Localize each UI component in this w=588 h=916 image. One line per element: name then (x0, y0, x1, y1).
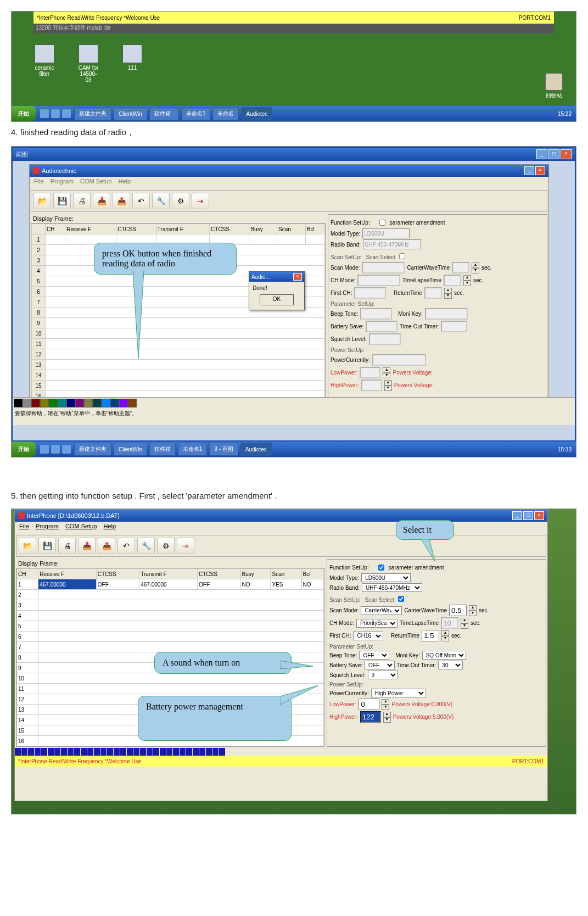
model-type-select[interactable]: LD500U (361, 573, 411, 582)
dialog-close-button[interactable]: × (293, 273, 302, 281)
print-icon[interactable]: 🖨 (73, 193, 91, 209)
desktop-icon[interactable]: 111 (121, 44, 143, 83)
quick-icon[interactable] (51, 109, 60, 118)
spin-down[interactable]: ▼ (383, 717, 391, 723)
timelapse-field (441, 617, 458, 629)
high-power-field[interactable] (360, 711, 381, 723)
screenshot-1: *InterPhone Read\Write Frequency *Welcom… (11, 11, 576, 122)
undo-icon[interactable]: ↶ (117, 538, 135, 554)
menu-help[interactable]: Help (103, 523, 116, 533)
param-amend-checkbox[interactable] (378, 565, 384, 571)
taskbar-item[interactable]: ClientWin (114, 443, 147, 456)
taskbar-item[interactable]: 新建文件夹 (74, 443, 111, 456)
ok-button[interactable]: OK (260, 294, 294, 305)
return-time-field[interactable] (422, 630, 439, 641)
desktop-icons: ceramic filter CAM for 14500-03 111 (33, 44, 143, 83)
timelapse-field (444, 275, 461, 286)
config-icon[interactable]: 🔧 (152, 193, 170, 209)
spin-up[interactable]: ▲ (382, 699, 389, 705)
minimize-button[interactable]: _ (536, 149, 547, 159)
taskbar-item[interactable]: 新建文件夹 (74, 107, 111, 120)
scan-select-checkbox[interactable] (398, 596, 404, 602)
toolbar: 📂 💾 🖨 📥 📤 ↶ 🔧 ⚙ ⇥ (16, 535, 546, 557)
scan-select-checkbox[interactable] (399, 253, 405, 259)
menu-com-setup[interactable]: COM Setup (65, 523, 97, 533)
quick-icon[interactable] (51, 445, 60, 454)
quick-icon[interactable] (62, 445, 71, 454)
power-current-select[interactable]: High Power (371, 689, 426, 697)
save-icon[interactable]: 💾 (38, 538, 56, 554)
tot-select[interactable]: 30 (438, 661, 463, 669)
low-power-field (360, 367, 380, 378)
table-row[interactable]: 1 467.00000 OFF 467.00000 OFF NO YES NO (17, 579, 324, 590)
model-type-field (362, 228, 410, 238)
spin-down[interactable]: ▼ (441, 636, 449, 641)
print-icon[interactable]: 🖨 (58, 538, 76, 554)
ch-mode-select[interactable]: PriorityScant (356, 619, 397, 628)
squelch-select[interactable]: 3 (368, 671, 398, 679)
write-icon[interactable]: 📤 (113, 193, 130, 209)
minimize-button[interactable]: _ (524, 166, 534, 175)
menu-program[interactable]: Program (51, 178, 74, 188)
close-button[interactable]: × (535, 166, 545, 175)
beep-tone-select[interactable]: OFF (359, 651, 389, 660)
first-ch-select[interactable]: CH16 (353, 632, 383, 640)
recycle-bin-icon[interactable]: 回收站 (543, 73, 565, 99)
radio-band-select[interactable]: UHF 450-470MHz (362, 583, 422, 592)
read-icon[interactable]: 📥 (78, 538, 96, 554)
quick-icon[interactable] (62, 109, 71, 118)
menu-program[interactable]: Program (36, 523, 59, 533)
exit-icon[interactable]: ⇥ (192, 193, 209, 209)
carrier-time-field[interactable] (449, 605, 467, 616)
start-button[interactable]: 开始 (12, 442, 36, 457)
taskbar-item[interactable]: 软件箱 (149, 443, 176, 456)
taskbar-item[interactable]: 3 - 画图 (209, 443, 238, 456)
quick-icon[interactable] (40, 445, 49, 454)
taskbar-item[interactable]: 未命名1 (178, 443, 208, 456)
screenshot-2: 画图 _□× Audiotechnic _× File Program COM … (11, 146, 576, 457)
menu-file[interactable]: File (19, 523, 29, 533)
config-icon[interactable]: 🔧 (137, 538, 155, 554)
desktop-icon[interactable]: ceramic filter (33, 44, 55, 83)
menu-file[interactable]: File (34, 178, 44, 188)
moni-key-select[interactable]: SQ Off Mom. (422, 651, 466, 660)
spin-up[interactable]: ▲ (383, 712, 391, 717)
app-titlebar: InterPhone [D:\1d06003\12.b.DAT] _□× (15, 510, 547, 522)
close-button[interactable]: × (534, 511, 544, 520)
gear-icon[interactable]: ⚙ (157, 538, 175, 554)
gear-icon[interactable]: ⚙ (172, 193, 189, 209)
maximize-button[interactable]: □ (523, 511, 533, 520)
taskbar-item[interactable]: Audiotec (241, 107, 272, 120)
menu-help[interactable]: Help (118, 178, 131, 188)
taskbar-item[interactable]: Audiotec (240, 443, 272, 456)
spin-down[interactable]: ▼ (382, 705, 389, 710)
write-icon[interactable]: 📤 (98, 538, 115, 554)
maximize-button[interactable]: □ (548, 149, 559, 159)
start-button[interactable]: 开始 (12, 106, 36, 121)
spin-up[interactable]: ▲ (469, 605, 477, 611)
open-icon[interactable]: 📂 (19, 538, 36, 554)
taskbar-item[interactable]: 未命名 (212, 107, 239, 120)
read-icon[interactable]: 📥 (93, 193, 110, 209)
scan-mode-select[interactable]: CarrierWave (361, 606, 402, 615)
exit-icon[interactable]: ⇥ (177, 538, 194, 554)
undo-icon[interactable]: ↶ (132, 193, 150, 209)
param-amend-checkbox[interactable] (379, 220, 385, 226)
minimize-button[interactable]: _ (512, 511, 522, 520)
taskbar-item[interactable]: 软件箱 - (149, 107, 179, 120)
moni-key-select (425, 308, 468, 320)
taskbar: 开始 新建文件夹 ClientWin 软件箱 - 未命名1 未命名 Audiot… (12, 106, 576, 121)
close-button[interactable]: × (561, 149, 572, 159)
battery-save-select[interactable]: OFF (365, 661, 395, 669)
quick-icon[interactable] (40, 109, 49, 118)
open-icon[interactable]: 📂 (33, 193, 51, 209)
low-power-field[interactable] (359, 699, 379, 710)
taskbar-item[interactable]: 未命名1 (181, 107, 211, 120)
taskbar-item[interactable]: ClientWin (114, 107, 147, 120)
save-icon[interactable]: 💾 (53, 193, 71, 209)
outer-titlebar: 画图 _□× (13, 148, 575, 161)
menu-com-setup[interactable]: COM Setup (80, 178, 111, 188)
spin-down[interactable]: ▼ (469, 611, 477, 616)
spin-up[interactable]: ▲ (441, 630, 449, 636)
desktop-icon[interactable]: CAM for 14500-03 (77, 44, 99, 83)
